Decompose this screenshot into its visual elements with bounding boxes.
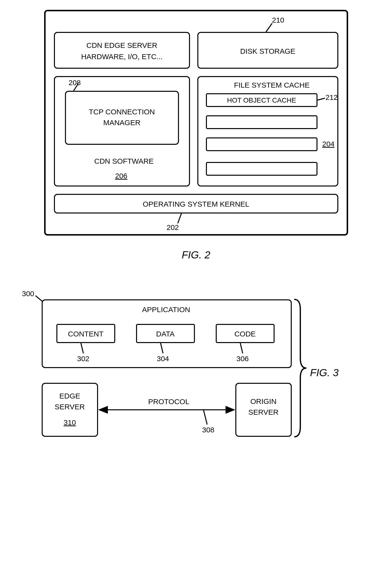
ref-210: 210 <box>272 16 284 24</box>
ref-304: 304 <box>157 355 169 363</box>
svg-marker-2 <box>226 406 235 414</box>
svg-marker-1 <box>98 406 108 414</box>
ref-202: 202 <box>167 223 179 232</box>
ref-302: 302 <box>77 355 90 363</box>
ref-300: 300 <box>22 289 34 298</box>
label-protocol: PROTOCOL <box>148 397 190 406</box>
ref-306: 306 <box>237 355 249 363</box>
ref-212: 212 <box>326 93 338 102</box>
figure-2: CDN EDGE SERVER HARDWARE, I/O, ETC... DI… <box>44 10 348 270</box>
ref-204: 204 <box>322 140 335 148</box>
fig2-lead-lines <box>44 10 348 236</box>
ref-308: 308 <box>202 426 214 434</box>
figure-3: APPLICATION CONTENT DATA CODE EDGE SERVE… <box>12 285 380 451</box>
ref-208: 208 <box>69 79 81 87</box>
fig2-caption: FIG. 2 <box>44 249 348 261</box>
fig3-caption: FIG. 3 <box>310 367 339 379</box>
